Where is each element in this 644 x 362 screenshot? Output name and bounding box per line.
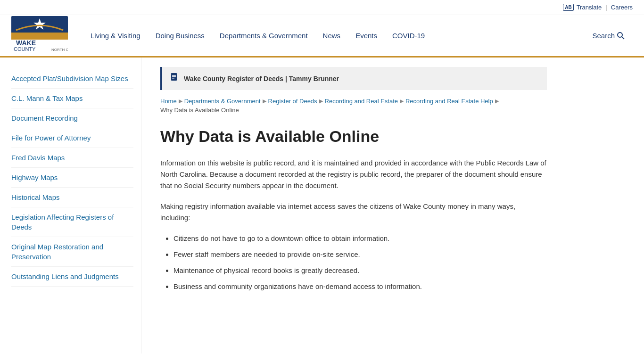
svg-rect-10 [172,76,176,77]
sidebar-item-highway[interactable]: Highway Maps [11,168,133,188]
breadcrumb-arrow-2: ▶ [263,98,266,104]
sidebar: Accepted Plat/Subdivision Map Sizes C.L.… [0,58,141,354]
svg-text:WAKE: WAKE [16,39,36,47]
breadcrumb-home[interactable]: Home [160,98,177,105]
nav-covid[interactable]: COVID-19 [385,28,432,43]
list-item: Business and community organizations hav… [173,281,547,292]
bullet-list: Citizens do not have to go to a downtown… [160,233,547,292]
main-content: Wake County Register of Deeds | Tammy Br… [141,58,566,354]
svg-text:NORTH CAROLINA: NORTH CAROLINA [51,48,68,52]
site-header: WAKE COUNTY NORTH CAROLINA Living & Visi… [0,15,644,58]
page-title: Why Data is Available Online [160,127,547,146]
nav-events[interactable]: Events [348,28,385,43]
sidebar-item-clmann[interactable]: C.L. Mann & Tax Maps [11,89,133,108]
breadcrumb-dept[interactable]: Departments & Government [184,98,261,105]
list-item: Fewer staff members are needed to provid… [173,249,547,260]
sidebar-item-legislation[interactable]: Legislation Affecting Registers of Deeds [11,207,133,237]
breadcrumb-recording[interactable]: Recording and Real Estate [325,98,398,105]
list-item: Maintenance of physical record books is … [173,265,547,276]
sidebar-item-original[interactable]: Original Map Restoration and Preservatio… [11,237,133,267]
careers-link[interactable]: Careers [611,4,633,11]
utility-bar: AB Translate | Careers [0,0,644,15]
page-header-box: Wake County Register of Deeds | Tammy Br… [160,67,547,90]
svg-point-6 [618,33,622,37]
svg-rect-11 [172,78,174,79]
body-para-1: Information on this website is public re… [160,157,547,191]
sidebar-item-fred[interactable]: Fred Davis Maps [11,148,133,168]
sidebar-item-plat[interactable]: Accepted Plat/Subdivision Map Sizes [11,69,133,89]
main-nav: Living & Visiting Doing Business Departm… [83,28,633,44]
sidebar-item-recording[interactable]: Document Recording [11,108,133,128]
svg-text:COUNTY: COUNTY [14,46,36,52]
sidebar-item-outstanding[interactable]: Outstanding Liens and Judgments [11,267,133,287]
wake-county-logo: WAKE COUNTY NORTH CAROLINA [11,16,68,54]
nav-news[interactable]: News [315,28,348,43]
logo-area[interactable]: WAKE COUNTY NORTH CAROLINA [11,16,68,55]
breadcrumb-arrow-1: ▶ [179,98,182,104]
sidebar-item-historical[interactable]: Historical Maps [11,188,133,207]
nav-departments[interactable]: Departments & Government [212,28,315,43]
page-header-title: Wake County Register of Deeds | Tammy Br… [184,75,339,82]
breadcrumb-arrow-5: ▶ [495,98,499,104]
document-icon [170,73,179,84]
breadcrumb-current: Why Data is Available Online [160,107,239,114]
nav-search[interactable]: Search [585,28,633,44]
breadcrumb-arrow-4: ▶ [400,98,404,104]
breadcrumb: Home ▶ Departments & Government ▶ Regist… [160,98,547,114]
utility-divider: | [605,4,607,11]
breadcrumb-help[interactable]: Recording and Real Estate Help [405,98,493,105]
svg-rect-1 [11,33,68,40]
translate-icon: AB [563,4,573,11]
breadcrumb-arrow-3: ▶ [319,98,323,104]
svg-line-7 [622,37,624,39]
svg-rect-9 [172,75,176,76]
breadcrumb-rod[interactable]: Register of Deeds [268,98,317,105]
search-label: Search [592,32,615,40]
page-layout: Accepted Plat/Subdivision Map Sizes C.L.… [0,58,644,354]
translate-label[interactable]: Translate [577,4,602,11]
nav-business[interactable]: Doing Business [148,28,212,43]
list-item: Citizens do not have to go to a downtown… [173,233,547,244]
sidebar-item-poa[interactable]: File for Power of Attorney [11,128,133,148]
body-para-2: Making registry information available vi… [160,201,547,223]
nav-living[interactable]: Living & Visiting [83,28,148,43]
search-icon [617,32,625,40]
translate-link[interactable]: AB Translate [563,4,602,11]
file-icon [170,73,179,82]
